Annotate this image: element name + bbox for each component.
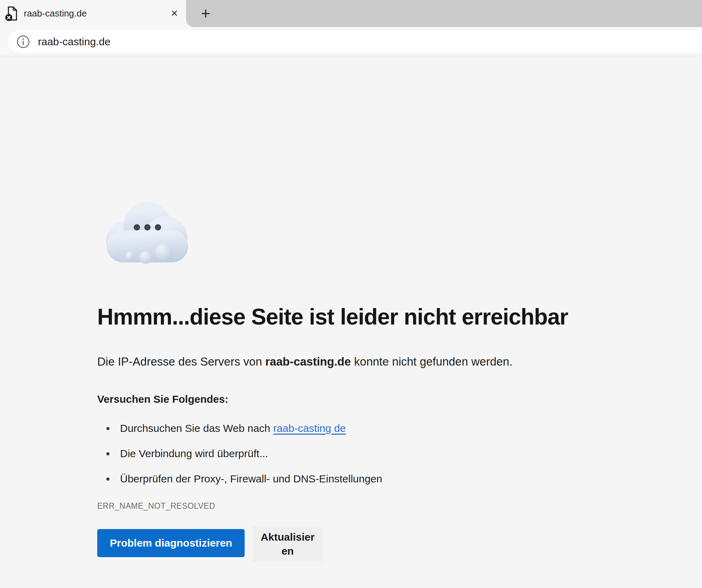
sad-cloud-illustration bbox=[105, 199, 191, 269]
refresh-button[interactable]: Aktualisieren bbox=[252, 527, 323, 562]
page-error-favicon bbox=[5, 6, 19, 21]
description-prefix: Die IP-Adresse des Servers von bbox=[97, 355, 265, 368]
error-page: Hmmm...diese Seite ist leider nicht erre… bbox=[0, 56, 702, 588]
tab-strip-background bbox=[186, 0, 702, 27]
suggestion-text: Durchsuchen Sie das Web nach bbox=[120, 422, 273, 434]
description-domain: raab-casting.de bbox=[265, 355, 351, 368]
tab-close-icon[interactable]: ✕ bbox=[165, 4, 184, 23]
search-web-link[interactable]: raab-casting de bbox=[273, 422, 346, 434]
address-bar[interactable]: raab-casting.de bbox=[8, 30, 702, 53]
list-item: Die Verbindung wird überprüft... bbox=[97, 447, 702, 461]
diagnose-problem-button[interactable]: Problem diagnostizieren bbox=[97, 529, 245, 557]
suggestion-text: Überprüfen der Proxy-, Firewall- und DNS… bbox=[120, 473, 382, 485]
new-tab-icon[interactable]: + bbox=[196, 4, 216, 23]
suggestion-text: Die Verbindung wird überprüft... bbox=[120, 448, 268, 459]
page-title: Hmmm...diese Seite ist leider nicht erre… bbox=[97, 303, 702, 331]
tab-strip: raab-casting.de ✕ + bbox=[0, 0, 702, 27]
suggestions-title: Versuchen Sie Folgendes: bbox=[97, 392, 702, 406]
browser-tab[interactable]: raab-casting.de ✕ bbox=[0, 0, 186, 27]
address-bar-row: raab-casting.de bbox=[0, 27, 702, 56]
description-suffix: konnte nicht gefunden werden. bbox=[351, 355, 513, 368]
error-description: Die IP-Adresse des Servers von raab-cast… bbox=[97, 354, 702, 369]
info-icon[interactable] bbox=[16, 35, 30, 49]
list-item: Überprüfen der Proxy-, Firewall- und DNS… bbox=[97, 472, 702, 486]
suggestions-list: Durchsuchen Sie das Web nach raab-castin… bbox=[97, 421, 702, 486]
list-item: Durchsuchen Sie das Web nach raab-castin… bbox=[97, 421, 702, 435]
error-code: ERR_NAME_NOT_RESOLVED bbox=[97, 501, 702, 511]
tab-title: raab-casting.de bbox=[24, 8, 165, 19]
button-row: Problem diagnostizieren Aktualisieren bbox=[97, 527, 702, 562]
url-text[interactable]: raab-casting.de bbox=[38, 36, 111, 48]
